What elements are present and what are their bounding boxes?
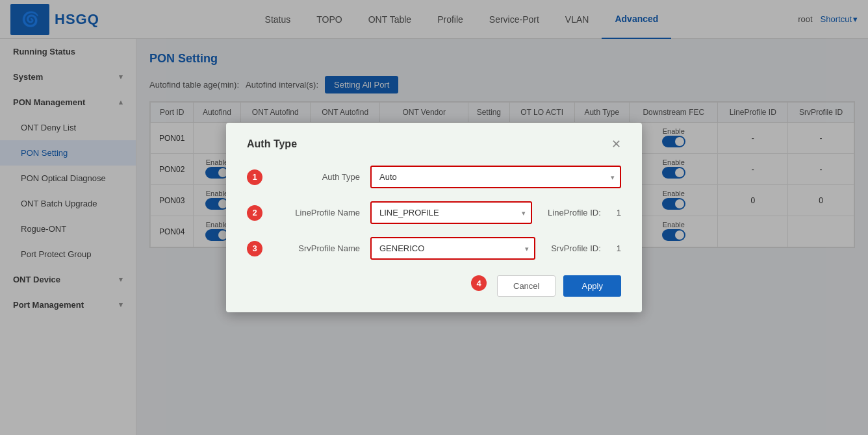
step-4-badge: 4 — [471, 275, 487, 291]
modal-title: Auth Type — [247, 138, 297, 150]
line-profile-id-label: LineProfile ID: — [548, 208, 601, 218]
auth-type-modal: Auth Type ✕ 1 Auth Type Auto Password SN… — [226, 123, 642, 312]
form-row-srv-profile: 3 SrvProfile Name GENERICO ▾ SrvProfile … — [247, 237, 621, 260]
modal-footer: 4 Cancel Apply — [247, 275, 621, 297]
step-1-badge: 1 — [247, 169, 262, 185]
line-profile-select[interactable]: LINE_PROFILE — [370, 201, 532, 224]
form-row-auth-type: 1 Auth Type Auto Password SN Manual ▾ — [247, 166, 621, 188]
step-3-badge: 3 — [247, 241, 262, 256]
apply-button[interactable]: Apply — [563, 275, 621, 297]
modal-body: 1 Auth Type Auto Password SN Manual ▾ 2 … — [247, 166, 621, 260]
step-2-badge: 2 — [247, 205, 262, 221]
auth-type-label: Auth Type — [275, 172, 360, 182]
srv-profile-label: SrvProfile Name — [275, 243, 360, 253]
auth-type-control: Auto Password SN Manual ▾ — [370, 166, 621, 188]
modal-overlay: Auth Type ✕ 1 Auth Type Auto Password SN… — [0, 0, 868, 435]
line-profile-id-value: 1 — [617, 208, 621, 218]
srv-profile-select[interactable]: GENERICO — [370, 237, 535, 260]
line-profile-control: LINE_PROFILE ▾ — [370, 201, 532, 224]
srv-profile-id-value: 1 — [617, 243, 621, 253]
srv-profile-id-label: SrvProfile ID: — [551, 243, 601, 253]
close-button[interactable]: ✕ — [611, 138, 621, 150]
modal-header: Auth Type ✕ — [247, 138, 621, 150]
line-profile-label: LineProfile Name — [275, 208, 360, 218]
form-row-line-profile: 2 LineProfile Name LINE_PROFILE ▾ LinePr… — [247, 201, 621, 224]
auth-type-select[interactable]: Auto Password SN Manual — [370, 166, 621, 188]
srv-profile-control: GENERICO ▾ — [370, 237, 535, 260]
cancel-button[interactable]: Cancel — [497, 275, 555, 297]
